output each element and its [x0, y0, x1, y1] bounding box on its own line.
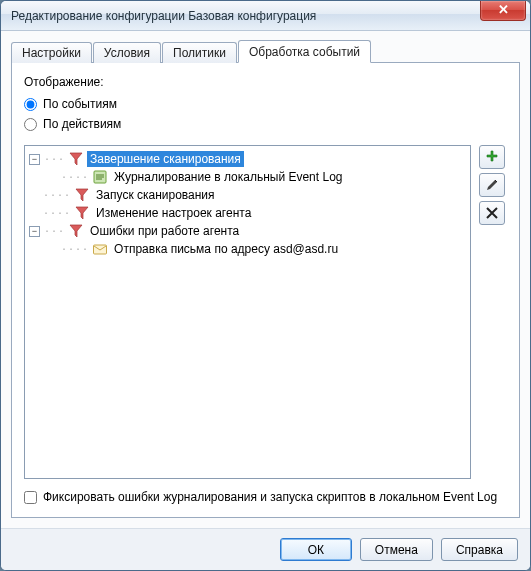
tab-label: Политики — [173, 46, 226, 60]
tree-node-scan-start[interactable]: ···· Запуск сканирования — [27, 186, 468, 204]
tab-panel-events: Отображение: По событиям По действиям − … — [11, 62, 520, 518]
tree-area: − ··· Завершение сканирования ···· Журна… — [24, 145, 507, 479]
x-icon — [486, 207, 498, 219]
tree-label: Отправка письма по адресу asd@asd.ru — [111, 241, 341, 257]
tree-label: Ошибки при работе агента — [87, 223, 242, 239]
tree-connector: ···· — [61, 244, 89, 255]
tree-node-journal-local[interactable]: ···· Журналирование в локальный Event Lo… — [27, 168, 468, 186]
log-icon — [92, 169, 108, 185]
client-area: Настройки Условия Политики Обработка соб… — [1, 31, 530, 528]
display-label: Отображение: — [24, 75, 507, 89]
edit-button[interactable] — [479, 173, 505, 197]
log-errors-checkbox[interactable] — [24, 491, 37, 504]
dialog-window: Редактирование конфигурации Базовая конф… — [0, 0, 531, 571]
side-buttons — [479, 145, 507, 479]
pencil-icon — [485, 178, 499, 192]
cancel-button[interactable]: Отмена — [360, 538, 433, 561]
dialog-footer: ОК Отмена Справка — [1, 528, 530, 570]
tree-connector: ···· — [43, 208, 71, 219]
button-label: ОК — [308, 543, 324, 557]
tree-node-scan-complete[interactable]: − ··· Завершение сканирования — [27, 150, 468, 168]
funnel-icon — [68, 223, 84, 239]
add-button[interactable] — [479, 145, 505, 169]
log-errors-row: Фиксировать ошибки журналирования и запу… — [24, 489, 507, 505]
tab-conditions[interactable]: Условия — [93, 42, 161, 63]
close-icon: ✕ — [498, 2, 509, 17]
tab-label: Настройки — [22, 46, 81, 60]
radio-by-actions-label: По действиям — [43, 117, 121, 131]
tree-connector: ··· — [44, 226, 65, 237]
tree-connector: ···· — [43, 190, 71, 201]
close-button[interactable]: ✕ — [480, 1, 526, 21]
tree-node-settings-change[interactable]: ···· Изменение настроек агента — [27, 204, 468, 222]
radio-by-events[interactable] — [24, 98, 37, 111]
funnel-icon — [74, 205, 90, 221]
tree-label: Изменение настроек агента — [93, 205, 254, 221]
ok-button[interactable]: ОК — [280, 538, 352, 561]
tree-connector: ··· — [44, 154, 65, 165]
tab-settings[interactable]: Настройки — [11, 42, 92, 63]
radio-by-events-label: По событиям — [43, 97, 117, 111]
tab-label: Условия — [104, 46, 150, 60]
help-button[interactable]: Справка — [441, 538, 518, 561]
radio-by-events-row: По событиям — [24, 97, 507, 111]
tab-events[interactable]: Обработка событий — [238, 40, 371, 63]
tree-connector: ···· — [61, 172, 89, 183]
tree-label: Журналирование в локальный Event Log — [111, 169, 345, 185]
window-title: Редактирование конфигурации Базовая конф… — [11, 9, 480, 23]
plus-icon — [485, 150, 499, 164]
tree-label: Запуск сканирования — [93, 187, 217, 203]
expander-minus-icon[interactable]: − — [29, 154, 40, 165]
mail-icon — [92, 241, 108, 257]
button-label: Справка — [456, 543, 503, 557]
radio-by-actions-row: По действиям — [24, 117, 507, 131]
titlebar[interactable]: Редактирование конфигурации Базовая конф… — [1, 1, 530, 31]
tree-node-send-mail[interactable]: ···· Отправка письма по адресу asd@asd.r… — [27, 240, 468, 258]
tab-strip: Настройки Условия Политики Обработка соб… — [11, 39, 520, 62]
tab-label: Обработка событий — [249, 45, 360, 59]
delete-button[interactable] — [479, 201, 505, 225]
funnel-icon — [74, 187, 90, 203]
radio-by-actions[interactable] — [24, 118, 37, 131]
tree-label: Завершение сканирования — [87, 151, 244, 167]
expander-minus-icon[interactable]: − — [29, 226, 40, 237]
event-tree[interactable]: − ··· Завершение сканирования ···· Журна… — [24, 145, 471, 479]
tree-node-agent-errors[interactable]: − ··· Ошибки при работе агента — [27, 222, 468, 240]
button-label: Отмена — [375, 543, 418, 557]
tab-policies[interactable]: Политики — [162, 42, 237, 63]
log-errors-label: Фиксировать ошибки журналирования и запу… — [43, 489, 497, 505]
funnel-icon — [68, 151, 84, 167]
